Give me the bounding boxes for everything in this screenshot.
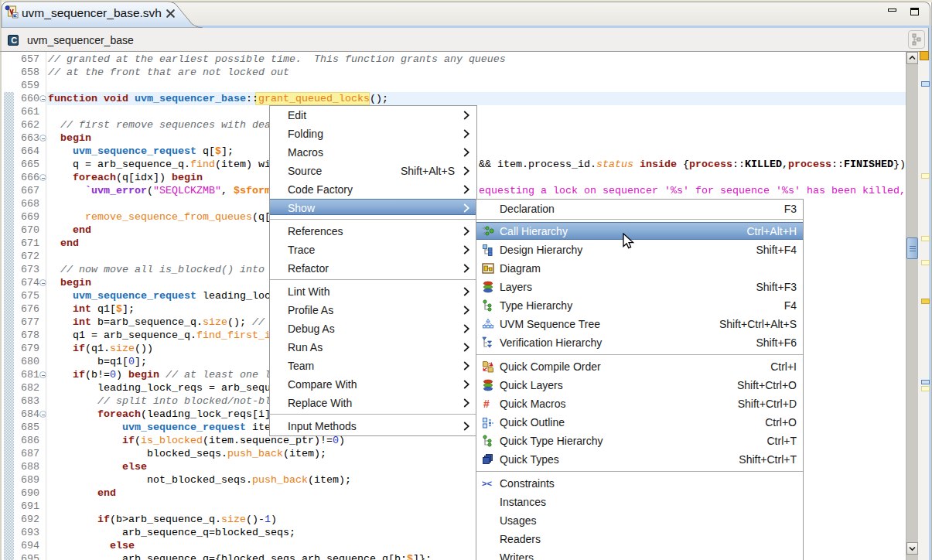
svg-text:#: # xyxy=(483,398,490,410)
svg-text:><: >< xyxy=(482,479,492,488)
